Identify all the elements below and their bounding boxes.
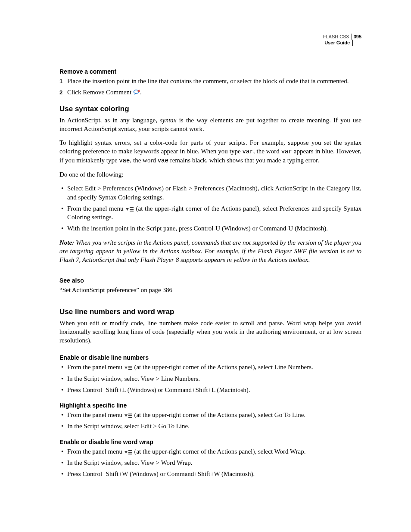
syntax-b1: Select Edit > Preferences (Windows) or F… (59, 184, 361, 202)
document-page: FLASH CS3395 User Guide Remove a comment… (0, 0, 411, 532)
word-wrap-heading: Enable or disable line word wrap (59, 439, 361, 445)
step-1: Place the insertion point in the line th… (59, 77, 361, 85)
enable-line-numbers-heading: Enable or disable line numbers (59, 354, 361, 361)
enable-b3: Press Control+Shift+L (Windows) or Comma… (59, 386, 361, 394)
syntax-b2: From the panel menu (at the upper-right … (59, 204, 361, 222)
syntax-p1: In ActionScript, as in any language, syn… (59, 116, 361, 134)
remove-comment-heading: Remove a comment (59, 68, 361, 75)
highlight-line-subsection: Highlight a specific line From the panel… (59, 402, 361, 431)
wrap-b1a: From the panel menu (67, 448, 124, 455)
wrap-b1: From the panel menu (at the upper-right … (59, 447, 361, 456)
syntax-bullets: Select Edit > Preferences (Windows) or F… (59, 184, 361, 233)
step-2-text-a: Click Remove Comment (67, 89, 133, 96)
syntax-p2: To highlight syntax errors, set a color-… (59, 138, 361, 165)
step-2: Click Remove Comment . (59, 88, 361, 96)
enable-bullets: From the panel menu (at the upper-right … (59, 363, 361, 394)
highlight-b1: From the panel menu (at the upper-right … (59, 411, 361, 419)
syntax-p3: Do one of the following: (59, 170, 361, 179)
wrap-b2: In the Script window, select View > Word… (59, 458, 361, 467)
highlight-b1a: From the panel menu (67, 411, 124, 418)
enable-b1b: (at the upper-right corner of the Action… (133, 364, 313, 370)
line-numbers-section: Use line numbers and word wrap When you … (59, 308, 361, 479)
highlight-line-heading: Highlight a specific line (59, 402, 361, 409)
syntax-b3: With the insertion point in the Script p… (59, 224, 361, 233)
line-numbers-heading: Use line numbers and word wrap (59, 308, 361, 316)
step-2-text-b: . (140, 89, 142, 96)
syntax-p2d-code: var (281, 148, 292, 155)
enable-line-numbers-subsection: Enable or disable line numbers From the … (59, 354, 361, 394)
guide-label: User Guide (324, 40, 353, 46)
highlight-b1b: (at the upper-right corner of the Action… (133, 411, 306, 418)
product-name: FLASH CS3 (323, 34, 352, 40)
enable-b2: In the Script window, select View > Line… (59, 374, 361, 383)
word-wrap-subsection: Enable or disable line word wrap From th… (59, 439, 361, 479)
syntax-p2c: , the word (253, 148, 281, 155)
wrap-b1b: (at the upper-right corner of the Action… (133, 448, 306, 455)
syntax-p2g: , the word (130, 157, 158, 164)
syntax-p2i: remains black, which shows that you made… (168, 157, 319, 164)
remove-comment-steps: Place the insertion point in the line th… (59, 77, 361, 97)
highlight-b2: In the Script window, select Edit > Go T… (59, 422, 361, 430)
panel-menu-icon (124, 365, 133, 370)
page-header: FLASH CS3395 User Guide (323, 34, 361, 46)
highlight-bullets: From the panel menu (at the upper-right … (59, 411, 361, 431)
page-number: 395 (352, 34, 361, 39)
syntax-p2h-code: vae (158, 157, 168, 164)
syntax-p2b-code: var (243, 148, 253, 155)
note-body: When you write scripts in the Actions pa… (59, 239, 361, 264)
remove-comment-icon (133, 89, 140, 96)
page-content: Remove a comment Place the insertion poi… (59, 68, 361, 478)
syntax-b2a: From the panel menu (67, 205, 125, 212)
note-label: Note: (59, 239, 74, 246)
syntax-p2f-code: vae (119, 157, 130, 164)
wrap-b3: Press Control+Shift+W (Windows) or Comma… (59, 470, 361, 478)
syntax-note: Note: When you write scripts in the Acti… (59, 238, 361, 264)
syntax-p1b: syntax (160, 117, 176, 124)
remove-comment-section: Remove a comment Place the insertion poi… (59, 68, 361, 97)
see-also-link: “Set ActionScript preferences” on page 3… (59, 286, 361, 294)
wrap-bullets: From the panel menu (at the upper-right … (59, 447, 361, 479)
see-also-heading: See also (59, 277, 361, 284)
panel-menu-icon (124, 413, 133, 418)
see-also-section: See also “Set ActionScript preferences” … (59, 277, 361, 294)
panel-menu-icon (125, 207, 134, 212)
enable-b1: From the panel menu (at the upper-right … (59, 363, 361, 371)
panel-menu-icon (124, 450, 133, 455)
enable-b1a: From the panel menu (67, 364, 124, 370)
syntax-p1a: In ActionScript, as in any language, (59, 117, 160, 124)
syntax-coloring-heading: Use syntax coloring (59, 105, 361, 113)
syntax-coloring-section: Use syntax coloring In ActionScript, as … (59, 105, 361, 264)
line-numbers-p1: When you edit or modify code, line numbe… (59, 319, 361, 345)
